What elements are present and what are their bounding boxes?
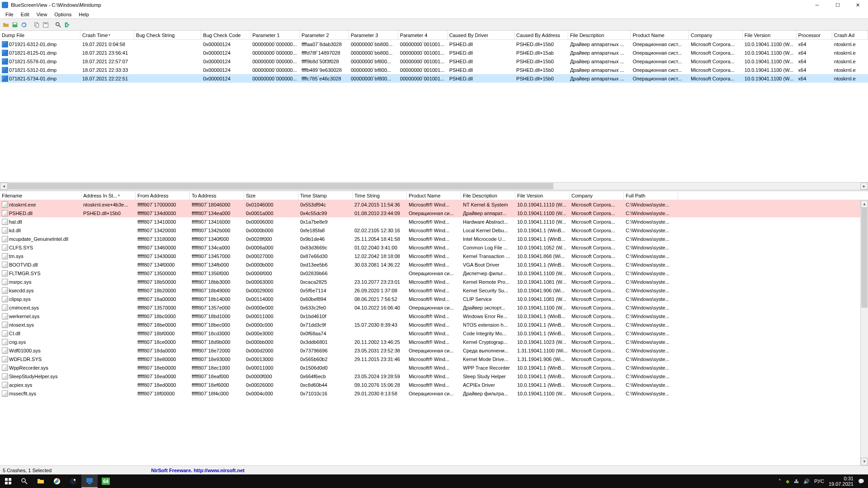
column-header[interactable]: Parameter 4 [398, 31, 448, 39]
column-header[interactable]: Parameter 3 [349, 31, 398, 39]
column-header[interactable]: File Description [461, 191, 515, 200]
x64-icon[interactable]: 64 [98, 474, 114, 488]
module-row[interactable]: WDFLDR.SYSfffff807`18e80000fffff807`18e9… [0, 355, 860, 363]
network-tray-icon[interactable]: 🖧 [794, 479, 799, 484]
module-row[interactable]: acpiex.sysfffff807`18ed0000fffff807`18ef… [0, 380, 860, 389]
module-row[interactable]: ntosext.sysfffff807`18be0000fffff807`18b… [0, 320, 860, 329]
column-header[interactable]: Time Stamp [298, 191, 353, 200]
column-header[interactable]: Parameter 1 [250, 31, 300, 39]
maximize-button[interactable]: ☐ [827, 0, 848, 10]
properties-icon[interactable] [42, 21, 50, 29]
column-header[interactable]: File Version [515, 191, 570, 200]
crash-row[interactable]: 071821-5734-01.dmp18.07.2021 22:22:510x0… [0, 74, 868, 83]
cell: 27.04.2015 11:54:36 [353, 202, 407, 207]
clock[interactable]: 0:3119.07.2021 [829, 476, 854, 487]
h-scrollbar-top[interactable]: ◄► [0, 182, 868, 190]
modules-body[interactable]: ntoskrnl.exentoskrnl.exe+4b3e...fffff807… [0, 200, 860, 398]
column-header[interactable]: Bug Check String [134, 31, 201, 39]
copy-icon[interactable] [33, 21, 41, 29]
menu-help[interactable]: Help [75, 11, 93, 18]
module-row[interactable]: ntoskrnl.exentoskrnl.exe+4b3e...fffff807… [0, 200, 860, 209]
module-row[interactable]: clipsp.sysfffff807`18a00000fffff807`18b1… [0, 295, 860, 303]
column-header[interactable]: File Description [568, 31, 631, 39]
menu-edit[interactable]: Edit [17, 11, 33, 18]
cell: Операционная си... [407, 305, 461, 310]
crashes-body[interactable]: 071921-6312-01.dmp19.07.2021 0:04:580x00… [0, 40, 868, 83]
column-header[interactable]: From Address [136, 191, 190, 200]
column-header[interactable]: Size [244, 191, 298, 200]
module-row[interactable]: kd.dllfffff807`13420000fffff807`1342b000… [0, 226, 860, 235]
column-header[interactable]: Address In St...▾ [81, 191, 136, 200]
column-header[interactable]: Caused By Driver [448, 31, 514, 39]
system-tray[interactable]: ˄ ◆ 🖧 🔊 РУС 0:3119.07.2021 💬 [778, 476, 868, 487]
start-button[interactable] [0, 474, 16, 488]
modules-header-row: FilenameAddress In St...▾From AddressTo … [0, 191, 868, 200]
module-row[interactable]: mssecflt.sysfffff807`18f00000fffff807`18… [0, 389, 860, 398]
column-header[interactable]: Full Path [624, 191, 678, 200]
crash-row[interactable]: 071821-5312-01.dmp18.07.2021 22:33:330x0… [0, 66, 868, 74]
nirsoft-link[interactable]: NirSoft Freeware. http://www.nirsoft.net [151, 468, 245, 473]
module-row[interactable]: CLFS.SYSfffff807`13460000fffff807`134ca0… [0, 243, 860, 252]
column-header[interactable]: Dump File [0, 31, 80, 39]
column-header[interactable]: Filename [0, 191, 81, 200]
module-row[interactable]: BOOTVID.dllfffff807`134f0000fffff807`134… [0, 260, 860, 269]
crash-row[interactable]: 071921-6312-01.dmp19.07.2021 0:04:580x00… [0, 40, 868, 48]
close-button[interactable]: ✕ [848, 0, 868, 10]
column-header[interactable]: To Address [190, 191, 244, 200]
crash-row[interactable]: 071821-5578-01.dmp18.07.2021 22:57:070x0… [0, 57, 868, 66]
module-row[interactable]: tm.sysfffff807`13430000fffff807`13457000… [0, 252, 860, 260]
find-icon[interactable] [54, 21, 62, 29]
notifications-icon[interactable]: 💬 [858, 479, 864, 484]
menu-options[interactable]: Options [51, 11, 75, 18]
bluescreenview-taskbar-icon[interactable] [81, 474, 98, 488]
column-header[interactable]: Processor [797, 31, 832, 39]
save-icon[interactable] [11, 21, 19, 29]
nvidia-tray-icon[interactable]: ◆ [786, 479, 789, 484]
cell: PSHED.dll+15b0 [514, 76, 568, 81]
crash-row[interactable]: 071821-8125-01.dmp18.07.2021 23:56:410x0… [0, 48, 868, 57]
module-row[interactable]: Wdf01000.sysfffff807`18da0000fffff807`18… [0, 346, 860, 355]
module-row[interactable]: WppRecorder.sysfffff807`18eb0000fffff807… [0, 363, 860, 372]
v-scrollbar-bottom[interactable]: ▲▼ [860, 200, 868, 465]
module-row[interactable]: mcupdate_GenuineIntel.dllfffff807`131800… [0, 235, 860, 243]
column-header[interactable]: Company [689, 31, 743, 39]
module-row[interactable]: hal.dllfffff807`13410000fffff807`1341600… [0, 217, 860, 226]
column-header[interactable]: Bug Check Code [201, 31, 250, 39]
module-row[interactable]: ksecdd.sysfffff807`18b20000fffff807`18b4… [0, 286, 860, 295]
cell: Microsoft Corpora... [570, 391, 624, 396]
column-header[interactable]: File Version [743, 31, 797, 39]
column-header[interactable]: Parameter 2 [300, 31, 349, 39]
menu-file[interactable]: File [2, 11, 17, 18]
cell: 0x0006a000 [244, 245, 298, 250]
language-indicator[interactable]: РУС [814, 479, 824, 484]
column-header[interactable]: Product Name [631, 31, 689, 39]
search-icon[interactable] [16, 474, 33, 488]
menu-view[interactable]: View [33, 11, 51, 18]
volume-tray-icon[interactable]: 🔊 [803, 479, 810, 484]
explorer-icon[interactable] [33, 474, 49, 488]
module-row[interactable]: werkernel.sysfffff807`18bc0000fffff807`1… [0, 312, 860, 320]
module-row[interactable]: cmimcext.sysfffff807`13570000fffff807`13… [0, 303, 860, 312]
column-header[interactable]: Product Name [407, 191, 461, 200]
column-header[interactable]: Crash Ad [832, 31, 868, 39]
module-row[interactable]: SleepStudyHelper.sysfffff807`18ea0000fff… [0, 372, 860, 380]
cell: C:\Windows\syste... [624, 382, 678, 388]
column-header[interactable]: Time String [353, 191, 407, 200]
column-header[interactable]: Company [570, 191, 624, 200]
open-icon[interactable] [2, 21, 10, 29]
module-row[interactable]: FLTMGR.SYSfffff807`13500000fffff807`1356… [0, 269, 860, 277]
exit-icon[interactable] [63, 21, 71, 29]
refresh-icon[interactable] [20, 21, 28, 29]
steam-icon[interactable] [65, 474, 81, 488]
column-header[interactable]: Caused By Address [514, 31, 568, 39]
module-row[interactable]: PSHED.dllPSHED.dll+15b0fffff807`134d0000… [0, 209, 860, 217]
minimize-button[interactable]: ─ [807, 0, 827, 10]
tray-chevron-icon[interactable]: ˄ [778, 479, 781, 484]
module-row[interactable]: msrpc.sysfffff807`18b50000fffff807`18bb3… [0, 277, 860, 286]
column-header[interactable]: Crash Time▾ [80, 31, 134, 39]
module-row[interactable]: CI.dllfffff807`18bf0000fffff807`18cd3000… [0, 329, 860, 338]
chrome-icon[interactable] [49, 474, 65, 488]
cell: 10.0.19041.1110 (W... [515, 219, 570, 225]
module-row[interactable]: cng.sysfffff807`18ce0000fffff807`18d9b00… [0, 338, 860, 346]
cell: Microsoft® Wind... [407, 331, 461, 336]
